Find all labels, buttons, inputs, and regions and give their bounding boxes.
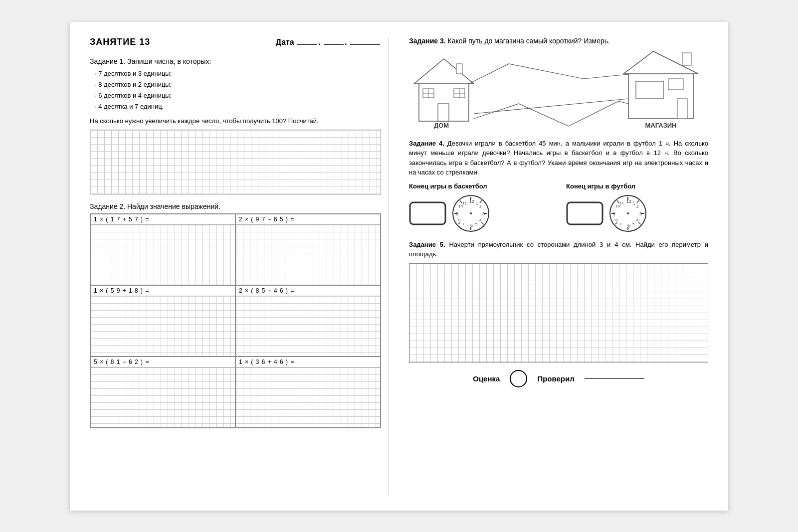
svg-text:8: 8 (615, 218, 618, 222)
expr-cell-1-1: 1 × ( 1 7 + 5 7 ) = (90, 214, 235, 285)
basketball-clock-title: Конец игры в баскетбол (409, 182, 551, 190)
list-item: 6 десятков и 4 единицы; (95, 90, 381, 101)
svg-text:11: 11 (462, 201, 467, 205)
svg-text:7: 7 (619, 222, 622, 226)
svg-text:8: 8 (458, 218, 461, 222)
expr-row-3: 5 × ( 8 1 − 6 2 ) = 1 × ( 3 6 + 4 6 ) = (90, 356, 381, 428)
basketball-clock-group: Конец игры в баскетбол (409, 182, 551, 233)
expr-label-2-2: 2 × ( 8 5 − 4 6 ) = (236, 286, 380, 296)
page: ЗАНЯТИЕ 13 Дата . . Задание 1. Запиши чи… (70, 22, 728, 511)
grade-circle[interactable] (510, 370, 527, 387)
svg-text:4: 4 (479, 218, 482, 222)
date-blank-2[interactable] (324, 44, 344, 45)
grade-label: Оценка (473, 374, 500, 383)
task4-text: Задание 4. Девочки играли в баскетбол 45… (409, 139, 708, 177)
expr-row-2: 1 × ( 5 9 + 1 8 ) = 2 × ( 8 5 − 4 6 ) = (90, 285, 381, 356)
football-digital-clock (566, 201, 603, 225)
expr-grid-1-1[interactable] (91, 225, 235, 285)
svg-text:1: 1 (476, 201, 478, 206)
svg-line-18 (474, 99, 628, 114)
svg-rect-19 (410, 202, 445, 224)
svg-text:1: 1 (633, 201, 635, 206)
svg-text:7: 7 (462, 222, 465, 226)
task2-title: Задание 2. Найди значение выражений. (90, 202, 381, 210)
task1-grid[interactable] (90, 130, 381, 194)
svg-rect-9 (456, 64, 462, 74)
svg-text:9: 9 (613, 211, 615, 216)
expr-row-1: 1 × ( 1 7 + 5 7 ) = 2 × ( 9 7 − 6 5 ) = (90, 214, 381, 285)
svg-text:МАГАЗИН: МАГАЗИН (645, 122, 676, 129)
checked-line[interactable] (585, 378, 644, 379)
expr-grid-1-2[interactable] (236, 225, 380, 285)
svg-text:6: 6 (627, 223, 630, 228)
expr-label-1-1: 1 × ( 1 7 + 5 7 ) = (91, 214, 235, 225)
svg-text:12: 12 (626, 199, 631, 204)
date-blank-1[interactable] (297, 44, 317, 45)
right-column: Задание 3. Какой путь до магазина самый … (404, 37, 708, 496)
svg-point-29 (470, 212, 472, 214)
svg-text:11: 11 (619, 201, 624, 205)
svg-text:6: 6 (470, 223, 473, 228)
football-clock-group: Конец игры в футбол (566, 182, 708, 233)
task1-title: Задание 1. Запиши числа, в которых: (90, 57, 381, 65)
svg-text:3: 3 (639, 211, 642, 216)
svg-text:4: 4 (636, 218, 639, 222)
svg-text:5: 5 (475, 222, 478, 226)
svg-rect-16 (677, 99, 687, 119)
task5: Задание 5. Начерти прямоугольник со стор… (409, 240, 708, 363)
date-blank-3[interactable] (350, 44, 380, 45)
task1-question: На сколько нужно увеличить каждое число,… (90, 116, 381, 126)
expr-label-1-2: 2 × ( 9 7 − 6 5 ) = (236, 214, 380, 225)
football-analog-clock: 12 3 6 9 1 2 4 5 7 8 10 11 (608, 194, 647, 233)
svg-rect-14 (636, 81, 663, 99)
svg-text:12: 12 (469, 199, 474, 204)
clock-section: Конец игры в баскетбол (409, 182, 708, 233)
task1: Задание 1. Запиши числа, в которых: 7 де… (90, 57, 381, 195)
expr-label-3-2: 1 × ( 3 6 + 4 6 ) = (236, 357, 380, 367)
expr-grid-2-1[interactable] (91, 296, 235, 356)
expr-label-3-1: 5 × ( 8 1 − 6 2 ) = (91, 357, 235, 367)
svg-point-52 (627, 212, 629, 214)
basketball-digital-clock (409, 201, 446, 225)
expr-grid-3-2[interactable] (236, 367, 380, 427)
svg-text:5: 5 (632, 222, 635, 226)
svg-text:9: 9 (456, 211, 458, 216)
page-title: ЗАНЯТИЕ 13 (90, 37, 150, 47)
task5-grid[interactable] (409, 263, 708, 363)
svg-rect-13 (682, 53, 691, 65)
svg-text:2: 2 (636, 204, 639, 209)
expr-cell-2-2: 2 × ( 8 5 − 4 6 ) = (235, 285, 381, 356)
task3: Задание 3. Какой путь до магазина самый … (409, 37, 708, 131)
task1-bullets: 7 десятков и 3 единицы; 8 десятков и 2 е… (95, 68, 381, 112)
basketball-analog-clock: 12 3 6 9 1 2 4 5 7 8 10 11 (451, 194, 490, 233)
bottom-row: Оценка Проверил (409, 370, 708, 387)
expr-grid-2-2[interactable] (236, 296, 380, 356)
task2: Задание 2. Найди значение выражений. 1 ×… (90, 202, 381, 428)
svg-rect-42 (567, 202, 602, 224)
svg-rect-15 (668, 79, 683, 90)
task3-title: Задание 3. Какой путь до магазина самый … (409, 37, 708, 45)
date-label: Дата (276, 38, 294, 46)
svg-rect-2 (438, 104, 449, 121)
left-column: ЗАНЯТИЕ 13 Дата . . Задание 1. Запиши чи… (90, 37, 389, 496)
expr-cell-1-2: 2 × ( 9 7 − 6 5 ) = (235, 214, 381, 285)
svg-text:3: 3 (482, 211, 485, 216)
task4: Задание 4. Девочки играли в баскетбол 45… (409, 139, 708, 233)
football-clock-items: 12 3 6 9 1 2 4 5 7 8 10 11 (566, 194, 708, 233)
expr-label-2-1: 1 × ( 5 9 + 1 8 ) = (91, 286, 235, 296)
football-clock-title: Конец игры в футбол (566, 182, 708, 190)
checked-label: Проверил (537, 374, 574, 383)
house-scene: ДОМ МАГАЗИН (409, 49, 708, 131)
expr-cell-2-1: 1 × ( 5 9 + 1 8 ) = (90, 285, 235, 356)
page-header: ЗАНЯТИЕ 13 Дата . . (90, 37, 381, 47)
expr-cell-3-1: 5 × ( 8 1 − 6 2 ) = (90, 356, 235, 428)
date-field: Дата . . (276, 38, 381, 47)
list-item: 8 десятков и 2 единицы; (95, 79, 381, 90)
expr-cell-3-2: 1 × ( 3 6 + 4 6 ) = (235, 356, 381, 428)
scene-svg: ДОМ МАГАЗИН (409, 49, 708, 129)
svg-text:2: 2 (479, 204, 482, 209)
expr-grid-3-1[interactable] (91, 367, 235, 427)
basketball-clock-items: 12 3 6 9 1 2 4 5 7 8 10 11 (409, 194, 551, 233)
list-item: 7 десятков и 3 единицы; (95, 68, 381, 79)
svg-marker-1 (414, 59, 474, 84)
